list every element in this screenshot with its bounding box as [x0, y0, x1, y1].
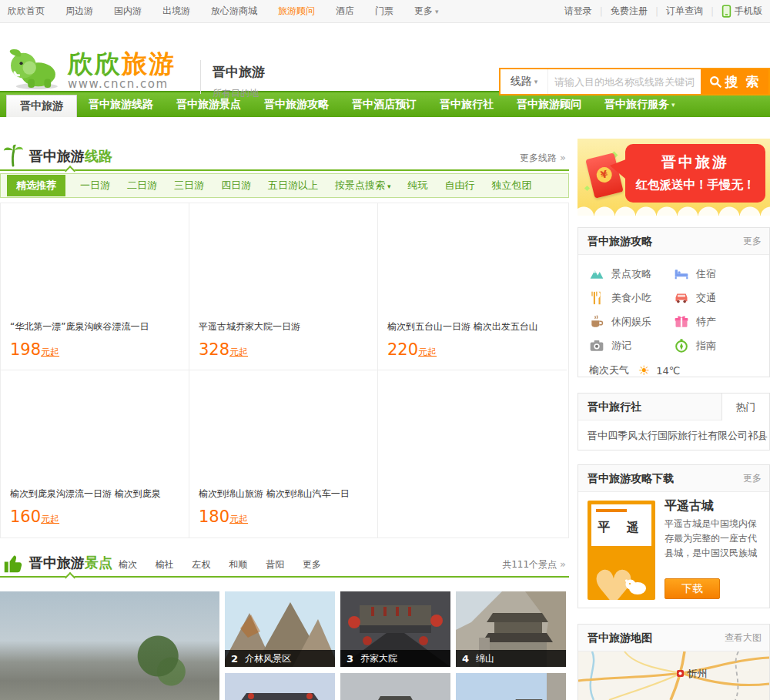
mobile-version-link[interactable]: 手机版 [721, 5, 762, 18]
double-arrow-icon: » [560, 152, 566, 163]
topbar-link-consultant[interactable]: 旅游顾问 [278, 5, 315, 18]
guidebook-title: 平遥古城 [665, 498, 714, 514]
logo-orange-text: 旅游 [122, 49, 176, 79]
divider: | [600, 6, 603, 17]
spot-photo-gate-tower [225, 673, 335, 700]
nav-guide[interactable]: 晋中旅游攻略 [253, 92, 340, 117]
search-button-label: 搜 索 [725, 73, 761, 91]
route-product-grid: “华北第一漂”庞泉沟峡谷漂流一日 198元起 平遥古城乔家大院一日游 328元起… [0, 203, 569, 538]
topbar-link-outbound[interactable]: 出境游 [162, 5, 190, 18]
spot-rank: 4 [462, 653, 469, 665]
route-card[interactable]: 榆次到五台山一日游 榆次出发五台山 220元起 [378, 203, 567, 370]
topbar-link-ticket[interactable]: 门票 [375, 5, 393, 18]
guide-item-leisure[interactable]: 休闲娱乐 [589, 310, 674, 333]
agency-item-link[interactable]: 晋中四季风太行国际旅行社有限公司祁县 [578, 420, 769, 451]
tab-2day[interactable]: 二日游 [127, 179, 157, 193]
topbar-link-home[interactable]: 欣欣首页 [8, 5, 45, 18]
spot-link-heshun[interactable]: 和顺 [229, 559, 247, 570]
bed-icon [674, 266, 689, 282]
spot-photo-row2[interactable] [456, 673, 566, 700]
guide-item-food[interactable]: 美食小吃 [589, 286, 674, 310]
spot-photo-row2[interactable] [225, 673, 335, 700]
spot-photo-ancient-town[interactable] [0, 591, 219, 700]
spot-link-zuoquan[interactable]: 左权 [192, 559, 211, 570]
register-link[interactable]: 免费注册 [611, 5, 648, 18]
guide-more-link[interactable]: 更多 [743, 228, 762, 255]
spot-card[interactable]: 2介林风景区 [225, 591, 335, 667]
tab-5day-plus[interactable]: 五日游以上 [268, 179, 318, 193]
topbar-link-domestic[interactable]: 国内游 [114, 5, 142, 18]
route-card[interactable]: 平遥古城乔家大院一日游 328元起 [189, 203, 378, 370]
view-large-map-link[interactable]: 查看大图 [725, 625, 762, 651]
guide-item-travelogue[interactable]: 游记 [589, 333, 674, 357]
spot-photo-row2[interactable] [340, 673, 450, 700]
search-button[interactable]: 搜 索 [701, 69, 768, 94]
guide-item-lodging[interactable]: 住宿 [674, 262, 758, 286]
guide-item-spots[interactable]: 景点攻略 [589, 262, 674, 286]
route-card[interactable]: 榆次到庞泉沟漂流一日游 榆次到庞泉 160元起 [1, 370, 189, 538]
topbar-link-hotel[interactable]: 酒店 [336, 5, 354, 18]
main-content: 晋中旅游线路 更多线路» 精选推荐 一日游 二日游 三日游 四日游 五日游以上 … [0, 139, 569, 700]
tab-free-travel[interactable]: 自由行 [445, 179, 475, 193]
tab-by-spot[interactable]: 按景点搜索▾ [335, 179, 391, 193]
spot-card[interactable]: 4绵山 [456, 591, 566, 667]
guidebook-cover[interactable]: 平 遥 ♥ [588, 501, 655, 600]
logo-green-text: 欣欣 [68, 49, 122, 79]
price-number: 198 [10, 340, 41, 359]
agency-hot-tab[interactable]: 热门 [721, 394, 769, 420]
tab-featured[interactable]: 精选推荐 [7, 175, 65, 196]
spot-link-yuci[interactable]: 榆次 [119, 559, 137, 570]
route-title: 榆次到庞泉沟漂流一日游 榆次到庞泉 [10, 487, 179, 501]
spot-rank: 3 [346, 653, 353, 665]
spots-photo-area: 2介林风景区 [0, 591, 569, 700]
spot-card[interactable]: 3乔家大院 [340, 591, 450, 667]
weather-row: 榆次天气 ☀ 14℃ [578, 357, 769, 378]
topbar-link-more[interactable]: 更多▾ [414, 5, 439, 18]
spot-link-xiyang[interactable]: 昔阳 [266, 559, 284, 570]
photo-column: 3乔家大院 [340, 591, 450, 700]
nav-hotel[interactable]: 晋中酒店预订 [340, 92, 428, 117]
download-button[interactable]: 下载 [665, 578, 720, 599]
login-link[interactable]: 请登录 [564, 5, 592, 18]
more-routes-link[interactable]: 更多线路» [520, 152, 566, 165]
destination-block: 晋中旅游 所有目的地 [213, 63, 265, 100]
spot-link-yushe[interactable]: 榆社 [156, 559, 174, 570]
search-input[interactable] [548, 69, 701, 94]
spots-section-header: 晋中旅游景点 | 榆次 榆社 左权 和顺 昔阳 更多 共111个景点» [0, 549, 569, 578]
guide-item-specialty[interactable]: 特产 [674, 310, 758, 333]
nav-jinzhong-home[interactable]: 晋中旅游 [6, 95, 77, 117]
download-more-link[interactable]: 更多 [743, 465, 762, 492]
topbar-link-mall[interactable]: 放心游商城 [211, 5, 257, 18]
red-packet-banner[interactable]: 晋中旅游 红包派送中！手慢无！ [578, 139, 770, 216]
nav-agency[interactable]: 晋中旅行社 [428, 92, 505, 117]
spot-link-more[interactable]: 更多 [303, 559, 321, 570]
tab-pure-play[interactable]: 纯玩 [408, 179, 428, 193]
topbar-link-nearby[interactable]: 周边游 [65, 5, 93, 18]
route-title: “华北第一漂”庞泉沟峡谷漂流一日 [10, 320, 179, 333]
nav-consultant[interactable]: 晋中旅游顾问 [505, 92, 593, 117]
price-unit: 元起 [418, 347, 437, 357]
spots-count-link[interactable]: 共111个景点» [502, 558, 566, 571]
map-preview[interactable]: 忻州 [578, 651, 769, 700]
cover-panel: 平 遥 [591, 504, 651, 546]
tab-3day[interactable]: 三日游 [174, 179, 204, 193]
guide-item-guidebook[interactable]: 指南 [674, 333, 758, 357]
nav-services[interactable]: 晋中旅行服务▾ [593, 92, 687, 117]
logo-text[interactable]: 欣欣旅游 www.cncn.com [68, 51, 176, 91]
routes-filter-tabs: 精选推荐 一日游 二日游 三日游 四日游 五日游以上 按景点搜索▾ 纯玩 自由行… [0, 173, 569, 198]
tab-1day[interactable]: 一日游 [80, 179, 110, 193]
tab-4day[interactable]: 四日游 [221, 179, 251, 193]
route-card[interactable]: 榆次到绵山旅游 榆次到绵山汽车一日 180元起 [189, 370, 378, 538]
route-card[interactable]: “华北第一漂”庞泉沟峡谷漂流一日 198元起 [1, 203, 189, 370]
guide-item-transport[interactable]: 交通 [674, 286, 758, 310]
order-query-link[interactable]: 订单查询 [666, 5, 703, 18]
elephant-logo[interactable] [2, 48, 65, 89]
food-icon [589, 290, 604, 306]
nav-routes[interactable]: 晋中旅游线路 [77, 92, 165, 117]
tab-private-group[interactable]: 独立包团 [492, 179, 532, 193]
guide-item-label: 景点攻略 [611, 267, 651, 281]
banner-subtitle: 红包派送中！手慢无！ [625, 177, 765, 193]
search-category-select[interactable]: 线路 ▾ [500, 69, 548, 94]
all-destinations-link[interactable]: 所有目的地 [213, 87, 265, 100]
routes-section-header: 晋中旅游线路 更多线路» [0, 142, 569, 171]
